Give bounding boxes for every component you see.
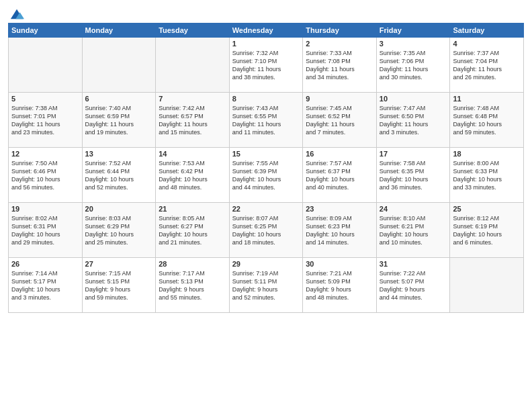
day-info: Sunrise: 7:52 AM Sunset: 6:44 PM Dayligh…: [85, 159, 153, 192]
calendar-cell: 20Sunrise: 8:03 AM Sunset: 6:29 PM Dayli…: [82, 203, 156, 258]
day-info: Sunrise: 7:55 AM Sunset: 6:39 PM Dayligh…: [232, 159, 300, 192]
weekday-header: Monday: [82, 24, 156, 38]
calendar-cell: 14Sunrise: 7:53 AM Sunset: 6:42 PM Dayli…: [156, 148, 230, 203]
day-number: 29: [232, 260, 300, 268]
day-number: 6: [85, 95, 153, 103]
day-info: Sunrise: 8:10 AM Sunset: 6:21 PM Dayligh…: [380, 214, 447, 247]
day-info: Sunrise: 8:02 AM Sunset: 6:31 PM Dayligh…: [11, 214, 79, 247]
day-info: Sunrise: 7:40 AM Sunset: 6:59 PM Dayligh…: [85, 104, 153, 137]
calendar-cell: [450, 258, 524, 313]
calendar-cell: 11Sunrise: 7:48 AM Sunset: 6:48 PM Dayli…: [450, 93, 524, 148]
calendar-cell: 9Sunrise: 7:45 AM Sunset: 6:52 PM Daylig…: [303, 93, 377, 148]
day-number: 8: [232, 95, 300, 103]
header: [8, 7, 524, 19]
calendar-cell: 4Sunrise: 7:37 AM Sunset: 7:04 PM Daylig…: [450, 38, 524, 93]
calendar-cell: 29Sunrise: 7:19 AM Sunset: 5:11 PM Dayli…: [229, 258, 303, 313]
day-info: Sunrise: 7:17 AM Sunset: 5:13 PM Dayligh…: [159, 269, 226, 302]
calendar-cell: 25Sunrise: 8:12 AM Sunset: 6:19 PM Dayli…: [450, 203, 524, 258]
calendar-cell: 3Sunrise: 7:35 AM Sunset: 7:06 PM Daylig…: [376, 38, 450, 93]
day-number: 11: [453, 95, 521, 103]
calendar-cell: 22Sunrise: 8:07 AM Sunset: 6:25 PM Dayli…: [229, 203, 303, 258]
day-number: 30: [306, 260, 373, 268]
day-number: 9: [306, 95, 373, 103]
calendar-week-row: 5Sunrise: 7:38 AM Sunset: 7:01 PM Daylig…: [9, 93, 524, 148]
day-number: 27: [85, 260, 153, 268]
day-number: 2: [306, 40, 373, 48]
calendar-week-row: 1Sunrise: 7:32 AM Sunset: 7:10 PM Daylig…: [9, 38, 524, 93]
calendar-cell: [9, 38, 83, 93]
day-number: 24: [380, 205, 447, 213]
day-number: 23: [306, 205, 373, 213]
day-info: Sunrise: 7:43 AM Sunset: 6:55 PM Dayligh…: [232, 104, 300, 137]
calendar-cell: [82, 38, 156, 93]
day-info: Sunrise: 7:35 AM Sunset: 7:06 PM Dayligh…: [380, 49, 447, 82]
calendar-cell: 27Sunrise: 7:15 AM Sunset: 5:15 PM Dayli…: [82, 258, 156, 313]
weekday-header-row: SundayMondayTuesdayWednesdayThursdayFrid…: [9, 24, 524, 38]
day-info: Sunrise: 7:50 AM Sunset: 6:46 PM Dayligh…: [11, 159, 79, 192]
day-info: Sunrise: 7:19 AM Sunset: 5:11 PM Dayligh…: [232, 269, 300, 302]
calendar-cell: 1Sunrise: 7:32 AM Sunset: 7:10 PM Daylig…: [229, 38, 303, 93]
calendar-cell: 17Sunrise: 7:58 AM Sunset: 6:35 PM Dayli…: [376, 148, 450, 203]
weekday-header: Wednesday: [229, 24, 303, 38]
day-number: 25: [453, 205, 521, 213]
calendar-cell: 24Sunrise: 8:10 AM Sunset: 6:21 PM Dayli…: [376, 203, 450, 258]
day-number: 7: [159, 95, 226, 103]
logo-icon: [9, 7, 24, 21]
weekday-header: Saturday: [450, 24, 524, 38]
calendar-cell: 15Sunrise: 7:55 AM Sunset: 6:39 PM Dayli…: [229, 148, 303, 203]
day-info: Sunrise: 7:48 AM Sunset: 6:48 PM Dayligh…: [453, 104, 521, 137]
day-info: Sunrise: 7:32 AM Sunset: 7:10 PM Dayligh…: [232, 49, 300, 82]
weekday-header: Friday: [376, 24, 450, 38]
day-number: 20: [85, 205, 153, 213]
day-info: Sunrise: 7:38 AM Sunset: 7:01 PM Dayligh…: [11, 104, 79, 137]
day-number: 4: [453, 40, 521, 48]
day-info: Sunrise: 8:05 AM Sunset: 6:27 PM Dayligh…: [159, 214, 226, 247]
calendar-cell: 2Sunrise: 7:33 AM Sunset: 7:08 PM Daylig…: [303, 38, 377, 93]
day-info: Sunrise: 7:53 AM Sunset: 6:42 PM Dayligh…: [159, 159, 226, 192]
day-info: Sunrise: 8:03 AM Sunset: 6:29 PM Dayligh…: [85, 214, 153, 247]
day-info: Sunrise: 7:58 AM Sunset: 6:35 PM Dayligh…: [380, 159, 447, 192]
day-number: 18: [453, 150, 521, 158]
logo: [8, 7, 24, 19]
day-info: Sunrise: 8:09 AM Sunset: 6:23 PM Dayligh…: [306, 214, 373, 247]
calendar-cell: 16Sunrise: 7:57 AM Sunset: 6:37 PM Dayli…: [303, 148, 377, 203]
day-number: 21: [159, 205, 226, 213]
day-number: 15: [232, 150, 300, 158]
calendar-cell: 26Sunrise: 7:14 AM Sunset: 5:17 PM Dayli…: [9, 258, 83, 313]
weekday-header: Tuesday: [156, 24, 230, 38]
calendar-cell: 12Sunrise: 7:50 AM Sunset: 6:46 PM Dayli…: [9, 148, 83, 203]
calendar-cell: 13Sunrise: 7:52 AM Sunset: 6:44 PM Dayli…: [82, 148, 156, 203]
day-number: 5: [11, 95, 79, 103]
calendar-cell: 5Sunrise: 7:38 AM Sunset: 7:01 PM Daylig…: [9, 93, 83, 148]
day-info: Sunrise: 8:07 AM Sunset: 6:25 PM Dayligh…: [232, 214, 300, 247]
calendar-cell: [156, 38, 230, 93]
day-number: 31: [380, 260, 447, 268]
day-info: Sunrise: 7:22 AM Sunset: 5:07 PM Dayligh…: [380, 269, 447, 302]
day-info: Sunrise: 7:21 AM Sunset: 5:09 PM Dayligh…: [306, 269, 373, 302]
day-info: Sunrise: 7:45 AM Sunset: 6:52 PM Dayligh…: [306, 104, 373, 137]
day-number: 28: [159, 260, 226, 268]
day-number: 16: [306, 150, 373, 158]
calendar-week-row: 12Sunrise: 7:50 AM Sunset: 6:46 PM Dayli…: [9, 148, 524, 203]
day-info: Sunrise: 7:37 AM Sunset: 7:04 PM Dayligh…: [453, 49, 521, 82]
day-number: 22: [232, 205, 300, 213]
calendar-cell: 18Sunrise: 8:00 AM Sunset: 6:33 PM Dayli…: [450, 148, 524, 203]
calendar-cell: 19Sunrise: 8:02 AM Sunset: 6:31 PM Dayli…: [9, 203, 83, 258]
day-number: 10: [380, 95, 447, 103]
calendar-cell: 10Sunrise: 7:47 AM Sunset: 6:50 PM Dayli…: [376, 93, 450, 148]
day-info: Sunrise: 7:14 AM Sunset: 5:17 PM Dayligh…: [11, 269, 79, 302]
day-number: 12: [11, 150, 79, 158]
calendar-cell: 21Sunrise: 8:05 AM Sunset: 6:27 PM Dayli…: [156, 203, 230, 258]
calendar-cell: 6Sunrise: 7:40 AM Sunset: 6:59 PM Daylig…: [82, 93, 156, 148]
day-number: 17: [380, 150, 447, 158]
day-info: Sunrise: 8:12 AM Sunset: 6:19 PM Dayligh…: [453, 214, 521, 247]
day-number: 26: [11, 260, 79, 268]
day-info: Sunrise: 7:57 AM Sunset: 6:37 PM Dayligh…: [306, 159, 373, 192]
day-info: Sunrise: 7:15 AM Sunset: 5:15 PM Dayligh…: [85, 269, 153, 302]
calendar-week-row: 19Sunrise: 8:02 AM Sunset: 6:31 PM Dayli…: [9, 203, 524, 258]
day-number: 1: [232, 40, 300, 48]
day-info: Sunrise: 8:00 AM Sunset: 6:33 PM Dayligh…: [453, 159, 521, 192]
day-number: 3: [380, 40, 447, 48]
day-number: 13: [85, 150, 153, 158]
calendar-cell: 7Sunrise: 7:42 AM Sunset: 6:57 PM Daylig…: [156, 93, 230, 148]
